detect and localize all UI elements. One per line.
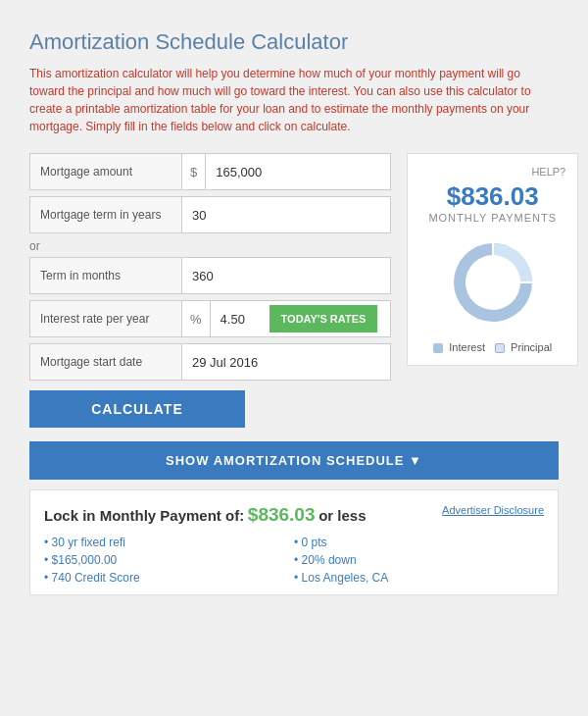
monthly-payment-label: MONTHLY PAYMENTS — [419, 212, 565, 224]
lock-detail-item: 30 yr fixed refi — [44, 536, 294, 549]
calculate-button[interactable]: CALCULATE — [29, 390, 245, 428]
mortgage-term-years-input[interactable] — [182, 197, 390, 232]
lock-header: Lock in Monthly Payment of: $836.03 or l… — [44, 504, 544, 526]
term-months-row: Term in months — [29, 257, 391, 294]
interest-rate-label: Interest rate per year — [30, 301, 182, 336]
mortgage-start-input[interactable] — [182, 344, 390, 380]
monthly-payment-amount: $836.03 — [419, 181, 565, 212]
interest-dot — [433, 343, 443, 353]
interest-rate-input[interactable] — [211, 301, 270, 336]
lock-detail-item: Los Angeles, CA — [294, 571, 544, 585]
main-content: Mortgage amount $ Mortgage term in years… — [29, 153, 559, 428]
advertiser-disclosure-link[interactable]: Advertiser Disclosure — [442, 504, 544, 516]
mortgage-start-row: Mortgage start date — [29, 343, 391, 381]
help-link[interactable]: HELP? — [419, 166, 565, 178]
principal-legend-label: Principal — [511, 341, 552, 353]
lock-detail-item: 740 Credit Score — [44, 571, 294, 585]
lock-title: Lock in Monthly Payment of: — [44, 507, 244, 524]
term-months-label: Term in months — [30, 258, 182, 293]
percent-symbol: % — [182, 301, 211, 336]
lock-detail-item: 20% down — [294, 553, 544, 567]
interest-legend-label: Interest — [449, 341, 485, 353]
lock-amount: $836.03 — [248, 504, 316, 525]
dollar-symbol: $ — [182, 154, 206, 189]
pie-chart — [444, 233, 542, 332]
mortgage-term-years-row: Mortgage term in years — [29, 196, 391, 233]
mortgage-amount-row: Mortgage amount $ — [29, 153, 391, 190]
lock-suffix: or less — [318, 507, 366, 524]
or-label: or — [29, 239, 391, 253]
amort-schedule-bar[interactable]: SHOW AMORTIZATION SCHEDULE ▼ — [29, 441, 559, 480]
today-rates-button[interactable]: TODAY'S RATES — [270, 305, 378, 332]
lock-title-group: Lock in Monthly Payment of: $836.03 or l… — [44, 504, 367, 526]
principal-dot — [495, 343, 505, 353]
page-wrapper: Amortization Schedule Calculator This am… — [0, 0, 588, 716]
lock-details: 30 yr fixed refi 0 pts $165,000.00 20% d… — [44, 536, 544, 585]
form-section: Mortgage amount $ Mortgage term in years… — [29, 153, 391, 428]
lock-detail-item: 0 pts — [294, 536, 544, 549]
mortgage-start-label: Mortgage start date — [30, 344, 182, 380]
result-panel: HELP? $836.03 MONTHLY PAYMENTS — [407, 153, 578, 366]
principal-legend: Principal — [495, 341, 552, 353]
lock-section: Lock in Monthly Payment of: $836.03 or l… — [29, 489, 559, 595]
page-description: This amortization calculator will help y… — [29, 65, 559, 135]
page-title: Amortization Schedule Calculator — [29, 29, 559, 55]
mortgage-amount-label: Mortgage amount — [30, 154, 182, 189]
pie-legend: Interest Principal — [419, 341, 565, 353]
lock-detail-item: $165,000.00 — [44, 553, 294, 567]
mortgage-amount-input[interactable] — [206, 154, 390, 189]
mortgage-term-years-label: Mortgage term in years — [30, 197, 182, 232]
interest-legend: Interest — [433, 341, 485, 353]
interest-rate-row: Interest rate per year % TODAY'S RATES — [29, 300, 391, 337]
term-months-input[interactable] — [182, 258, 390, 293]
